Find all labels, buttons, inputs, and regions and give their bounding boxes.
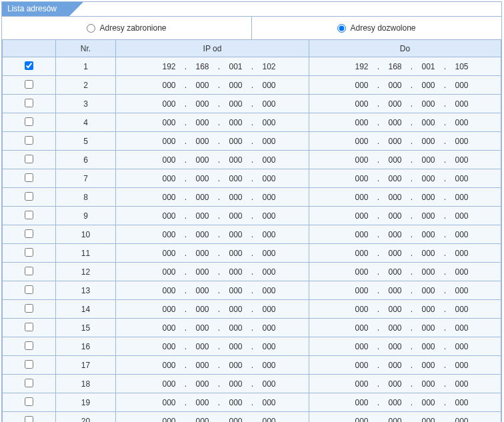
to-octet[interactable]: 000	[352, 118, 372, 127]
to-octet[interactable]: 000	[419, 342, 439, 351]
to-octet[interactable]: 000	[419, 193, 439, 202]
from-octet[interactable]: 000	[259, 81, 279, 90]
from-octet[interactable]: 000	[193, 361, 213, 370]
from-octet[interactable]: 000	[259, 137, 279, 146]
from-octet[interactable]: 000	[226, 174, 246, 183]
from-octet[interactable]: 000	[259, 286, 279, 295]
from-octet[interactable]: 000	[159, 323, 179, 333]
from-octet[interactable]: 000	[259, 193, 279, 202]
to-octet[interactable]: 000	[419, 398, 439, 407]
to-octet[interactable]: 000	[419, 417, 439, 423]
from-octet[interactable]: 000	[193, 417, 213, 423]
from-octet[interactable]: 000	[259, 249, 279, 258]
from-octet[interactable]: 000	[193, 305, 213, 314]
from-octet[interactable]: 000	[193, 379, 213, 389]
from-octet[interactable]: 000	[159, 417, 179, 423]
from-octet[interactable]: 000	[259, 99, 279, 109]
to-octet[interactable]: 000	[352, 249, 372, 258]
to-octet[interactable]: 000	[419, 379, 439, 389]
to-octet[interactable]: 000	[452, 118, 472, 127]
radio-forbidden-input[interactable]	[87, 24, 95, 33]
from-octet[interactable]: 000	[193, 174, 213, 183]
from-octet[interactable]: 000	[226, 379, 246, 389]
to-octet[interactable]: 000	[452, 174, 472, 183]
row-checkbox[interactable]	[25, 192, 33, 201]
to-octet[interactable]: 000	[385, 211, 405, 221]
row-checkbox[interactable]	[25, 416, 33, 423]
to-octet[interactable]: 000	[352, 230, 372, 239]
to-octet[interactable]: 000	[419, 249, 439, 258]
to-octet[interactable]: 001	[419, 62, 439, 71]
radio-allowed[interactable]: Adresy dozwolone	[252, 17, 501, 39]
to-octet[interactable]: 000	[452, 342, 472, 351]
from-octet[interactable]: 000	[226, 342, 246, 351]
row-checkbox[interactable]	[25, 155, 33, 163]
row-checkbox[interactable]	[25, 323, 33, 331]
to-octet[interactable]: 000	[385, 417, 405, 423]
from-octet[interactable]: 000	[193, 211, 213, 221]
to-octet[interactable]: 000	[419, 99, 439, 109]
to-octet[interactable]: 000	[452, 286, 472, 295]
to-octet[interactable]: 000	[419, 361, 439, 370]
to-octet[interactable]: 000	[419, 118, 439, 127]
from-octet[interactable]: 000	[226, 137, 246, 146]
to-octet[interactable]: 000	[385, 286, 405, 295]
to-octet[interactable]: 000	[385, 137, 405, 146]
to-octet[interactable]: 000	[419, 230, 439, 239]
to-octet[interactable]: 000	[385, 305, 405, 314]
to-octet[interactable]: 000	[452, 323, 472, 333]
from-octet[interactable]: 000	[259, 398, 279, 407]
from-octet[interactable]: 000	[193, 286, 213, 295]
from-octet[interactable]: 000	[226, 193, 246, 202]
to-octet[interactable]: 000	[419, 323, 439, 333]
to-octet[interactable]: 000	[385, 249, 405, 258]
to-octet[interactable]: 192	[352, 62, 372, 71]
to-octet[interactable]: 000	[452, 193, 472, 202]
from-octet[interactable]: 000	[193, 118, 213, 127]
from-octet[interactable]: 000	[226, 211, 246, 221]
to-octet[interactable]: 000	[352, 174, 372, 183]
from-octet[interactable]: 000	[259, 379, 279, 389]
to-octet[interactable]: 000	[452, 267, 472, 277]
from-octet[interactable]: 000	[159, 361, 179, 370]
from-octet[interactable]: 000	[159, 342, 179, 351]
from-octet[interactable]: 000	[259, 267, 279, 277]
to-octet[interactable]: 000	[419, 211, 439, 221]
from-octet[interactable]: 000	[259, 211, 279, 221]
from-octet[interactable]: 000	[226, 99, 246, 109]
from-octet[interactable]: 000	[259, 323, 279, 333]
to-octet[interactable]: 000	[385, 230, 405, 239]
row-checkbox[interactable]	[25, 211, 33, 219]
from-octet[interactable]: 000	[159, 398, 179, 407]
to-octet[interactable]: 000	[452, 379, 472, 389]
from-octet[interactable]: 001	[226, 62, 246, 71]
from-octet[interactable]: 000	[159, 305, 179, 314]
to-octet[interactable]: 000	[452, 361, 472, 370]
to-octet[interactable]: 168	[385, 62, 405, 71]
to-octet[interactable]: 000	[385, 193, 405, 202]
to-octet[interactable]: 000	[419, 81, 439, 90]
to-octet[interactable]: 000	[352, 155, 372, 165]
row-checkbox[interactable]	[25, 360, 33, 369]
row-checkbox[interactable]	[25, 304, 33, 313]
to-octet[interactable]: 000	[352, 193, 372, 202]
to-octet[interactable]: 000	[452, 230, 472, 239]
from-octet[interactable]: 000	[259, 305, 279, 314]
row-checkbox[interactable]	[25, 117, 33, 126]
from-octet[interactable]: 000	[259, 174, 279, 183]
to-octet[interactable]: 000	[352, 81, 372, 90]
from-octet[interactable]: 000	[259, 417, 279, 423]
row-checkbox[interactable]	[25, 341, 33, 350]
to-octet[interactable]: 000	[452, 417, 472, 423]
row-checkbox[interactable]	[25, 61, 33, 70]
tab-address-list[interactable]: Lista adresów	[2, 2, 69, 16]
to-octet[interactable]: 000	[385, 155, 405, 165]
row-checkbox[interactable]	[25, 248, 33, 257]
from-octet[interactable]: 000	[159, 155, 179, 165]
to-octet[interactable]: 000	[352, 305, 372, 314]
row-checkbox[interactable]	[25, 379, 33, 387]
from-octet[interactable]: 000	[193, 398, 213, 407]
to-octet[interactable]: 000	[352, 323, 372, 333]
from-octet[interactable]: 000	[226, 155, 246, 165]
row-checkbox[interactable]	[25, 267, 33, 275]
